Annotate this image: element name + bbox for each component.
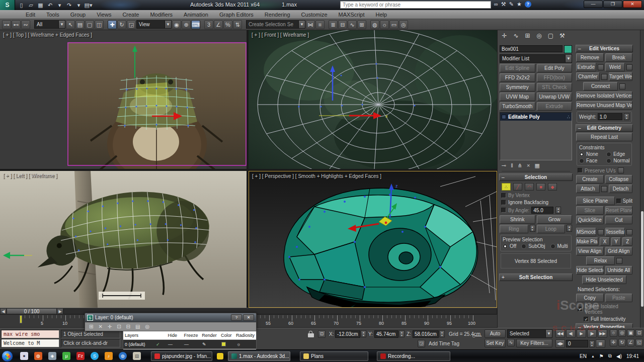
element-subobject-icon[interactable]: ◆	[548, 183, 557, 191]
detach-button[interactable]: Detach	[609, 185, 632, 193]
viewport-label-front[interactable]: [ + ] [ Front ] [ Wireframe ]	[252, 32, 309, 38]
chamfer-button[interactable]: Chamfer	[576, 72, 600, 81]
show-end-result-icon[interactable]: ‖	[511, 162, 513, 169]
hide-cell[interactable]: —	[167, 342, 183, 347]
connect-button[interactable]: Connect	[583, 82, 618, 90]
taskbar-app-icon-7[interactable]: ♪	[105, 352, 113, 360]
preserve-uvs-settings-icon[interactable]	[618, 167, 624, 173]
align-icon[interactable]: ≡	[315, 20, 325, 29]
taskbar-app-icon-8[interactable]: ◍	[119, 352, 127, 360]
ring-button[interactable]: Ring	[500, 225, 528, 233]
reference-coordinate-dropdown[interactable]: View▼	[136, 20, 172, 29]
taskbar-app-icon-5[interactable]: Fz	[76, 352, 85, 360]
collapse-button[interactable]: Collapse	[605, 175, 633, 184]
start-button[interactable]	[2, 350, 13, 362]
select-and-manipulate-icon[interactable]: ⊕	[182, 20, 191, 29]
taskbar-app-icon-6[interactable]: S	[91, 352, 99, 360]
modifier-button-turbosmooth[interactable]: TurboSmooth	[500, 102, 535, 111]
zoom-icon[interactable]: ○	[610, 329, 617, 337]
color-cell[interactable]	[220, 342, 235, 347]
edit-geometry-rollout-header[interactable]: –Edit Geometry	[576, 124, 633, 132]
remove-unused-map-verts-button[interactable]: Remove Unused Map Verts	[576, 101, 632, 110]
edit-vertices-rollout-header[interactable]: –Edit Vertices	[576, 45, 633, 52]
viewport-left-canvas[interactable]	[0, 171, 247, 308]
infocenter-search-input[interactable]	[340, 1, 491, 9]
next-frame-arrow[interactable]: ▶	[57, 308, 63, 314]
time-tag-icon[interactable]: ◲	[418, 340, 425, 347]
rendered-frame-icon[interactable]: ▭	[389, 20, 398, 29]
menu-tools[interactable]: Tools	[41, 10, 65, 19]
y-spinner[interactable]: ▲▼	[399, 330, 405, 337]
by-angle-checkbox[interactable]	[501, 208, 506, 213]
selection-filter-dropdown[interactable]: All▼	[34, 20, 65, 29]
pan-hand-icon[interactable]: ✛	[610, 339, 617, 346]
radiosity-cell[interactable]: ☼	[235, 342, 242, 347]
make-planar-z-button[interactable]: Z	[622, 237, 632, 246]
delete-isolated-vertices-checkbox[interactable]: ✓	[578, 307, 583, 312]
ignore-backfacing-checkbox[interactable]	[501, 200, 506, 205]
menu-graph-editors[interactable]: Graph Editors	[214, 10, 259, 19]
layers-toolbar-window[interactable]: S Layer: 0 (default) ? ✕ ⊞ ✕ ✛ ⊡ ⊟ ▤ ◎	[85, 313, 257, 331]
time-slider-handle[interactable]: 0 / 100	[7, 308, 57, 314]
clock[interactable]: 19:41	[626, 353, 639, 359]
viewport-front-canvas[interactable]: x	[249, 30, 497, 169]
help-icon[interactable]: ?	[525, 1, 531, 8]
frame-spinner[interactable]: ▲▼	[589, 340, 595, 347]
close-button[interactable]: ✕	[623, 1, 642, 8]
key-filters-button[interactable]: Key Filters...	[516, 339, 552, 347]
relax-button[interactable]: Relax	[586, 256, 615, 265]
hide-selected-button[interactable]: Hide Selected	[576, 266, 604, 275]
soft-selection-rollout-header[interactable]: +Soft Selection	[499, 274, 573, 281]
taskbar-button-3dsmax[interactable]: 1.max - Autodesk 3d...	[228, 351, 290, 361]
menu-animation[interactable]: Animation	[178, 10, 214, 19]
constraint-edge-radio[interactable]	[606, 152, 611, 157]
taskbar-app-icon-10[interactable]	[217, 353, 223, 359]
add-time-tag[interactable]: Add Time Tag	[429, 341, 459, 346]
language-indicator[interactable]: EN	[580, 353, 587, 359]
view-align-button[interactable]: View Align	[576, 247, 604, 255]
quickslice-button[interactable]: QuickSlice	[576, 216, 604, 224]
msmooth-button[interactable]: MSmooth	[576, 228, 596, 236]
taskbar-button-recording[interactable]: Recording...	[377, 351, 450, 361]
menu-customize[interactable]: Customize	[296, 10, 333, 19]
preview-subobj-radio[interactable]	[521, 244, 526, 249]
volume-icon[interactable]: ◀)	[616, 353, 622, 359]
macro-recorder-line[interactable]: max wire smo	[1, 330, 59, 338]
communication-icon[interactable]: ✎	[509, 1, 514, 8]
add-to-layer-icon[interactable]: ✛	[108, 324, 112, 329]
undo-dropdown-icon[interactable]: ▾	[55, 1, 64, 9]
selection-rollout-header[interactable]: –Selection	[499, 173, 573, 181]
copy-button[interactable]: Copy	[576, 294, 604, 302]
by-angle-field[interactable]: 45.0	[531, 207, 553, 214]
weight-field[interactable]: 1.0	[598, 113, 622, 120]
render-cell[interactable]: ✎	[201, 342, 220, 347]
spinner-snap-icon[interactable]: ⇅	[233, 20, 242, 29]
viewport-perspective-canvas[interactable]: z	[249, 171, 497, 307]
graphite-ribbon-icon[interactable]: ⊟	[338, 20, 347, 29]
layer-list-dropdown[interactable]: Layers Hide Freeze Render Color Radiosit…	[123, 331, 257, 350]
bind-to-spacewarp-icon[interactable]: ∾	[21, 20, 30, 29]
by-vertex-checkbox[interactable]	[501, 193, 506, 198]
zoom-all-icon[interactable]: ◎	[618, 329, 626, 337]
curve-editor-icon[interactable]: ∿	[348, 20, 357, 29]
object-name-field[interactable]: Box001	[500, 45, 562, 52]
modifier-button-uvw-map[interactable]: UVW Map	[500, 93, 535, 101]
viewport-label-perspective[interactable]: [ + ] [ Perspective ] [ Smooth + Highlig…	[252, 173, 381, 179]
set-current-layer-icon[interactable]: ⊟	[126, 324, 130, 329]
selection-region-icon[interactable]: ▢	[85, 20, 94, 29]
selection-lock-icon[interactable]	[308, 331, 314, 337]
viewport-label-top[interactable]: [ + ] [ Top ] [ Wireframe + Edged Faces …	[3, 32, 92, 38]
weld-settings-icon[interactable]	[626, 64, 632, 70]
modify-tab-icon[interactable]: ∿	[511, 32, 521, 41]
fov-icon[interactable]: ∠	[627, 339, 634, 346]
object-color-swatch[interactable]	[564, 45, 572, 53]
remove-modifier-icon[interactable]: ×	[527, 162, 530, 169]
select-layer-objects-icon[interactable]: ⊡	[117, 324, 121, 329]
select-object-icon[interactable]: ↖	[66, 20, 75, 29]
viewport-top[interactable]: [ + ] [ Top ] [ Wireframe + Edged Faces …	[0, 30, 247, 169]
select-and-scale-icon[interactable]: ◲	[127, 20, 136, 29]
create-button[interactable]: Create	[576, 175, 604, 184]
ring-spinner[interactable]: ▲▼	[530, 225, 535, 232]
reset-plane-button[interactable]: Reset Plane	[605, 206, 633, 215]
auto-key-button[interactable]: Auto Key	[485, 329, 506, 338]
